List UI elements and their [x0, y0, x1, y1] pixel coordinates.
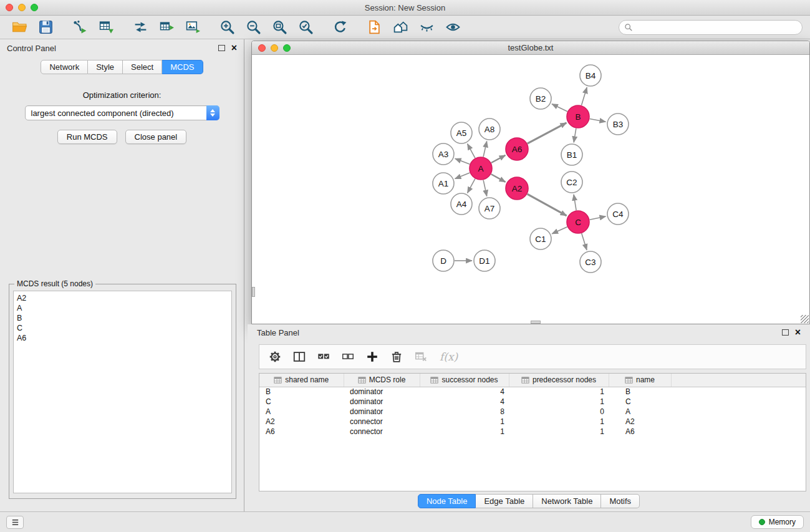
table-cell[interactable]: 1: [509, 397, 609, 407]
table-cell[interactable]: A6: [609, 427, 671, 437]
table-cell[interactable]: 0: [509, 407, 609, 417]
column-header-successor-nodes[interactable]: successor nodes: [420, 374, 509, 387]
close-panel-icon[interactable]: ×: [231, 44, 237, 52]
open-file-button[interactable]: [9, 17, 30, 37]
edge-A-A6[interactable]: [491, 155, 506, 163]
column-header-mcds-role[interactable]: MCDS role: [344, 374, 420, 387]
node-C1[interactable]: C1: [530, 228, 551, 249]
mcds-result-list[interactable]: A2ABCA6: [13, 291, 232, 493]
node-A8[interactable]: A8: [479, 118, 500, 140]
edge-A-A4[interactable]: [468, 179, 475, 193]
table-cell[interactable]: dominator: [344, 387, 420, 397]
edge-A-A5[interactable]: [468, 144, 475, 158]
table-cell[interactable]: dominator: [344, 397, 420, 407]
orange-document-button[interactable]: [364, 17, 385, 37]
run-mcds-button[interactable]: Run MCDS: [57, 130, 117, 144]
search-input[interactable]: [619, 20, 803, 35]
network-close-button[interactable]: [258, 44, 266, 52]
table-tab-edge-table[interactable]: Edge Table: [476, 494, 533, 508]
choose-columns-button[interactable]: [289, 347, 310, 367]
minimize-window-button[interactable]: [18, 4, 26, 11]
show-graphics-details-button[interactable]: [442, 17, 463, 37]
table-tab-node-table[interactable]: Node Table: [418, 494, 476, 508]
table-settings-button[interactable]: [264, 347, 286, 367]
node-C2[interactable]: C2: [561, 172, 582, 193]
optimization-criterion-select[interactable]: largest connected component (directed): [25, 105, 219, 120]
import-network-button[interactable]: [69, 17, 90, 37]
export-image-button[interactable]: [182, 17, 203, 37]
export-table-button[interactable]: [156, 17, 177, 37]
column-header-predecessor-nodes[interactable]: predecessor nodes: [509, 374, 609, 387]
resize-grip-left[interactable]: [252, 287, 255, 297]
node-D1[interactable]: D1: [474, 250, 495, 271]
float-table-panel-icon[interactable]: [782, 329, 789, 336]
network-minimize-button[interactable]: [271, 44, 278, 52]
node-A5[interactable]: A5: [451, 122, 472, 143]
node-A6[interactable]: A6: [506, 138, 528, 160]
delete-rows-button[interactable]: [386, 347, 407, 367]
edge-C-C1[interactable]: [552, 227, 567, 234]
table-cell[interactable]: B: [259, 387, 344, 397]
edge-C-C4[interactable]: [590, 216, 606, 220]
network-window-titlebar[interactable]: testGlobe.txt: [252, 41, 809, 55]
home-button[interactable]: [390, 17, 411, 37]
table-cell[interactable]: C: [609, 397, 671, 407]
table-cell[interactable]: dominator: [344, 407, 420, 417]
control-tab-mcds[interactable]: MCDS: [162, 60, 203, 74]
node-D[interactable]: D: [433, 250, 454, 271]
table-cell[interactable]: 4: [420, 397, 509, 407]
table-cell[interactable]: 1: [509, 417, 609, 427]
save-session-button[interactable]: [35, 17, 56, 37]
control-tab-style[interactable]: Style: [88, 60, 123, 74]
node-B4[interactable]: B4: [580, 65, 601, 86]
edge-B-B1[interactable]: [574, 128, 576, 143]
edge-A-A3[interactable]: [455, 158, 470, 164]
zoom-in-button[interactable]: [216, 17, 238, 37]
table-cell[interactable]: 1: [509, 427, 609, 437]
import-table-button[interactable]: [95, 17, 117, 37]
column-header-name[interactable]: name: [609, 374, 671, 387]
float-panel-icon[interactable]: [218, 45, 225, 51]
node-B3[interactable]: B3: [607, 114, 629, 135]
node-C[interactable]: C: [567, 211, 589, 233]
edge-A-A2[interactable]: [491, 174, 506, 182]
function-builder-button[interactable]: f(x): [440, 351, 458, 363]
zoom-fit-button[interactable]: [269, 17, 290, 37]
add-column-button[interactable]: [362, 347, 383, 367]
table-tab-motifs[interactable]: Motifs: [601, 494, 640, 508]
network-canvas[interactable]: B4B2BB3A5A8A6B1A3AC2A1A2A4A7C4CC1C3DD1: [252, 55, 809, 324]
edge-C-C2[interactable]: [574, 195, 576, 210]
edge-A6-B[interactable]: [528, 123, 567, 143]
table-cell[interactable]: 1: [420, 427, 509, 437]
select-all-rows-button[interactable]: [313, 347, 334, 367]
control-tab-select[interactable]: Select: [123, 60, 162, 74]
edge-A-A8[interactable]: [483, 142, 487, 157]
node-B[interactable]: B: [567, 105, 589, 128]
hide-graphics-details-button[interactable]: [416, 17, 437, 37]
zoom-window-button[interactable]: [31, 4, 38, 11]
close-table-panel-icon[interactable]: ×: [795, 329, 801, 336]
control-tab-network[interactable]: Network: [41, 60, 88, 74]
delete-table-disabled-button[interactable]: [410, 347, 432, 367]
mcds-result-item[interactable]: A6: [17, 333, 228, 343]
close-panel-button[interactable]: Close panel: [125, 130, 187, 144]
deselect-all-rows-button[interactable]: [337, 347, 359, 367]
node-A1[interactable]: A1: [433, 173, 454, 194]
mcds-result-item[interactable]: B: [17, 313, 228, 323]
table-cell[interactable]: 1: [420, 417, 509, 427]
refresh-button[interactable]: [329, 17, 350, 37]
memory-button[interactable]: Memory: [751, 515, 804, 529]
table-cell[interactable]: A2: [259, 417, 344, 427]
node-A7[interactable]: A7: [479, 198, 500, 219]
table-cell[interactable]: connector: [344, 427, 420, 437]
table-row[interactable]: Bdominator41B: [259, 387, 806, 397]
close-window-button[interactable]: [6, 4, 13, 11]
zoom-out-button[interactable]: [243, 17, 264, 37]
resize-grip-corner[interactable]: [801, 315, 809, 323]
node-C4[interactable]: C4: [607, 203, 629, 225]
table-tab-network-table[interactable]: Network Table: [533, 494, 601, 508]
column-header-shared-name[interactable]: shared name: [259, 374, 344, 387]
table-cell[interactable]: A: [259, 407, 344, 417]
node-C3[interactable]: C3: [580, 251, 601, 273]
node-A4[interactable]: A4: [451, 193, 472, 215]
